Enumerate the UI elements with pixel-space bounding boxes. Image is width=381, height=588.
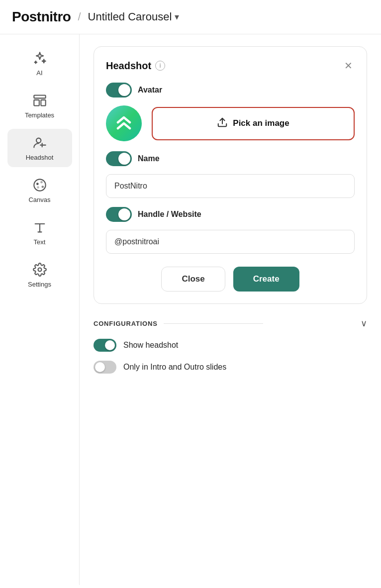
main-content: Headshot i ✕ Avatar (80, 34, 381, 585)
text-icon (32, 219, 48, 235)
svg-point-8 (40, 181, 43, 184)
intro-outro-toggle-track[interactable] (94, 361, 116, 374)
avatar-toggle-row: Avatar (106, 83, 355, 98)
title-chevron-icon: ▾ (175, 11, 179, 22)
app-logo: Postnitro (12, 9, 71, 25)
sidebar-item-templates-label: Templates (25, 111, 54, 119)
templates-icon (32, 93, 48, 108)
svg-point-7 (36, 183, 39, 185)
sidebar-item-headshot[interactable]: Headshot (7, 129, 72, 167)
handle-input[interactable] (106, 230, 355, 254)
app-layout: AI Templates He (0, 34, 381, 585)
sidebar-item-text-label: Text (34, 238, 46, 246)
svg-rect-1 (34, 100, 39, 106)
sidebar-item-headshot-label: Headshot (26, 154, 54, 161)
avatar (106, 105, 142, 141)
show-headshot-toggle[interactable] (94, 339, 116, 352)
svg-rect-0 (34, 96, 45, 98)
ai-icon (32, 50, 48, 66)
canvas-icon (32, 177, 48, 193)
info-icon[interactable]: i (155, 61, 165, 71)
avatar-chevrons-icon (114, 112, 134, 134)
headshot-icon (32, 135, 48, 151)
name-toggle-label: Name (138, 154, 160, 163)
pick-image-button[interactable]: Pick an image (152, 107, 355, 140)
headshot-panel: Headshot i ✕ Avatar (94, 46, 367, 304)
sidebar-item-ai[interactable]: AI (7, 44, 72, 83)
handle-toggle-row: Handle / Website (106, 207, 355, 222)
panel-title-group: Headshot i (106, 60, 165, 72)
svg-point-3 (36, 138, 41, 143)
sidebar-item-canvas-label: Canvas (28, 196, 50, 203)
show-headshot-toggle-track[interactable] (94, 339, 116, 352)
sidebar-item-ai-label: AI (36, 69, 42, 77)
config-divider-line (164, 323, 263, 324)
sidebar-item-settings[interactable]: Settings (7, 256, 72, 294)
avatar-row: Pick an image (106, 105, 355, 141)
pick-image-label: Pick an image (233, 118, 289, 128)
sidebar-item-text[interactable]: Text (7, 213, 72, 252)
handle-toggle-track[interactable] (106, 207, 132, 222)
configurations-header[interactable]: CONFIGURATIONS ∨ (94, 318, 367, 329)
action-buttons: Close Create (106, 267, 355, 292)
handle-toggle-label: Handle / Website (138, 210, 201, 219)
panel-close-button[interactable]: ✕ (342, 59, 355, 73)
show-headshot-label: Show headshot (123, 341, 178, 350)
handle-toggle[interactable] (106, 207, 132, 222)
sidebar: AI Templates He (0, 34, 80, 585)
settings-icon (32, 262, 48, 278)
upload-icon (217, 117, 228, 130)
configurations-section: CONFIGURATIONS ∨ Show headshot (94, 318, 367, 374)
configurations-title: CONFIGURATIONS (94, 320, 263, 327)
configurations-chevron-icon: ∨ (361, 318, 367, 329)
panel-title: Headshot (106, 60, 151, 72)
svg-point-6 (34, 179, 45, 191)
intro-outro-label: Only in Intro and Outro slides (123, 363, 226, 372)
sidebar-item-settings-label: Settings (28, 281, 51, 288)
name-input[interactable] (106, 174, 355, 198)
show-headshot-config-item: Show headshot (94, 339, 367, 352)
avatar-toggle-track[interactable] (106, 83, 132, 98)
header: Postnitro / Untitled Carousel ▾ (0, 0, 381, 34)
header-divider: / (78, 10, 81, 23)
sidebar-item-canvas[interactable]: Canvas (7, 171, 72, 209)
svg-point-10 (37, 186, 39, 189)
avatar-toggle-thumb (118, 84, 130, 96)
svg-point-9 (41, 186, 44, 188)
name-toggle-row: Name (106, 151, 355, 166)
name-toggle-track[interactable] (106, 151, 132, 166)
svg-rect-2 (41, 100, 45, 106)
svg-point-11 (38, 268, 41, 272)
avatar-toggle-label: Avatar (138, 86, 162, 95)
name-toggle-thumb (118, 153, 130, 165)
intro-outro-toggle-thumb (95, 362, 105, 372)
carousel-title[interactable]: Untitled Carousel ▾ (88, 10, 180, 23)
sidebar-item-templates[interactable]: Templates (7, 87, 72, 125)
intro-outro-toggle[interactable] (94, 361, 116, 374)
avatar-toggle[interactable] (106, 83, 132, 98)
name-toggle[interactable] (106, 151, 132, 166)
handle-toggle-thumb (118, 208, 130, 220)
intro-outro-config-item: Only in Intro and Outro slides (94, 361, 367, 374)
panel-header: Headshot i ✕ (106, 59, 355, 73)
create-button[interactable]: Create (233, 267, 299, 292)
show-headshot-toggle-thumb (105, 340, 115, 350)
close-button[interactable]: Close (161, 267, 225, 292)
